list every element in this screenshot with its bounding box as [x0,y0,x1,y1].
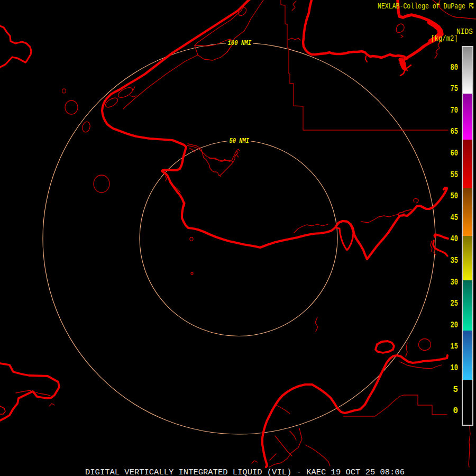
svg-text:80: 80 [451,63,459,72]
svg-text:0: 0 [453,406,458,416]
svg-text:NIDS: NIDS [456,28,473,36]
svg-text:[kg/m2]: [kg/m2] [431,34,458,43]
svg-text:40: 40 [451,234,459,244]
svg-text:60: 60 [451,149,459,158]
svg-text:45: 45 [451,213,459,223]
svg-text:50: 50 [451,191,459,201]
svg-text:5: 5 [453,385,458,395]
svg-text:100 NMI: 100 NMI [228,40,252,47]
svg-text:35: 35 [451,256,459,266]
svg-text:30: 30 [451,278,459,287]
svg-text:25: 25 [451,299,459,308]
svg-text:DIGITAL VERTICALLY INTEGRATED: DIGITAL VERTICALLY INTEGRATED LIQUID (VI… [85,468,405,476]
svg-text:70: 70 [451,106,459,115]
svg-text:50 NMI: 50 NMI [230,138,250,145]
svg-text:15: 15 [451,342,459,351]
svg-text:55: 55 [451,170,459,180]
svg-text:NEXLAB-College of DuPage: NEXLAB-College of DuPage [378,2,465,11]
svg-text:65: 65 [451,127,459,136]
svg-text:20: 20 [451,321,459,330]
svg-text:10: 10 [451,363,459,373]
svg-text:75: 75 [451,84,459,94]
